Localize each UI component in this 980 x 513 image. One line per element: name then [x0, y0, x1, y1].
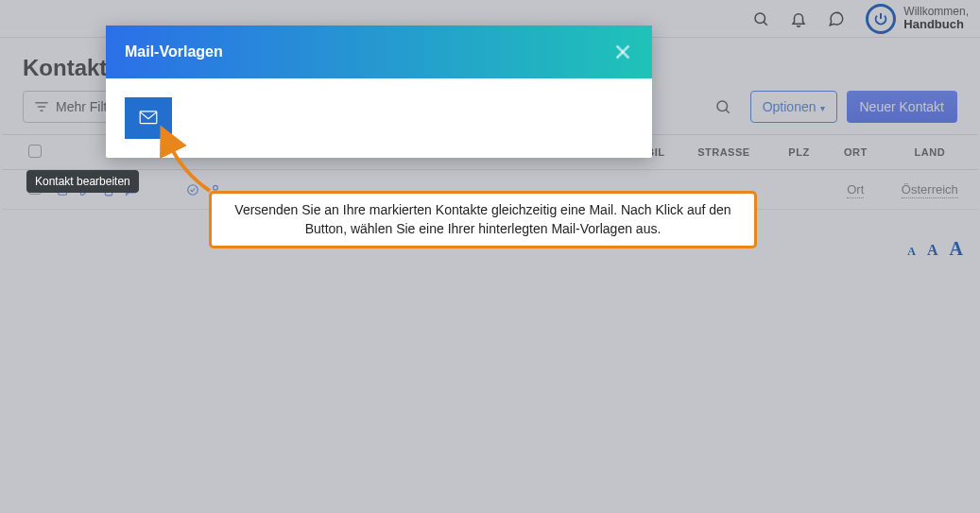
- new-contact-button[interactable]: Neuer Kontakt: [847, 91, 958, 123]
- welcome-label: Willkommen,: [903, 6, 969, 18]
- search-icon[interactable]: [714, 98, 731, 115]
- tooltip-edit-contact: Kontakt bearbeiten: [26, 170, 139, 193]
- options-button[interactable]: Optionen▾: [750, 91, 837, 123]
- col-strasse[interactable]: STRASSE: [690, 135, 781, 170]
- font-size-large[interactable]: A: [950, 238, 963, 260]
- col-land[interactable]: LAND: [882, 135, 978, 170]
- font-size-switcher: A A A: [907, 238, 963, 260]
- mail-icon: [139, 111, 158, 126]
- user-greeting: Willkommen, Handbuch: [903, 6, 969, 31]
- svg-rect-12: [140, 111, 157, 124]
- col-ort[interactable]: ORT: [830, 135, 882, 170]
- font-size-medium[interactable]: A: [927, 242, 938, 259]
- svg-line-6: [726, 110, 730, 113]
- chat-icon[interactable]: [828, 10, 845, 27]
- svg-point-5: [717, 101, 728, 111]
- cell-land[interactable]: Österreich: [902, 182, 958, 198]
- font-size-small[interactable]: A: [907, 245, 916, 259]
- col-plz[interactable]: PLZ: [781, 135, 830, 170]
- chevron-down-icon: ▾: [820, 103, 825, 113]
- username: Handbuch: [903, 18, 969, 31]
- filter-label: Mehr Filt: [56, 99, 107, 114]
- svg-point-0: [755, 13, 765, 24]
- user-menu[interactable]: Willkommen, Handbuch: [866, 4, 969, 34]
- help-callout: Versenden Sie an Ihre markierten Kontakt…: [209, 191, 757, 248]
- mail-templates-modal: Mail-Vorlagen: [106, 26, 652, 158]
- bell-icon[interactable]: [790, 10, 807, 27]
- svg-line-1: [764, 22, 767, 26]
- power-icon: [866, 4, 896, 34]
- close-icon[interactable]: [612, 42, 633, 62]
- search-icon[interactable]: [752, 10, 769, 27]
- select-all-checkbox[interactable]: [28, 145, 42, 158]
- send-mail-button[interactable]: [125, 97, 172, 139]
- modal-title: Mail-Vorlagen: [125, 43, 223, 60]
- cell-ort[interactable]: Ort: [847, 182, 864, 198]
- modal-header: Mail-Vorlagen: [106, 26, 652, 78]
